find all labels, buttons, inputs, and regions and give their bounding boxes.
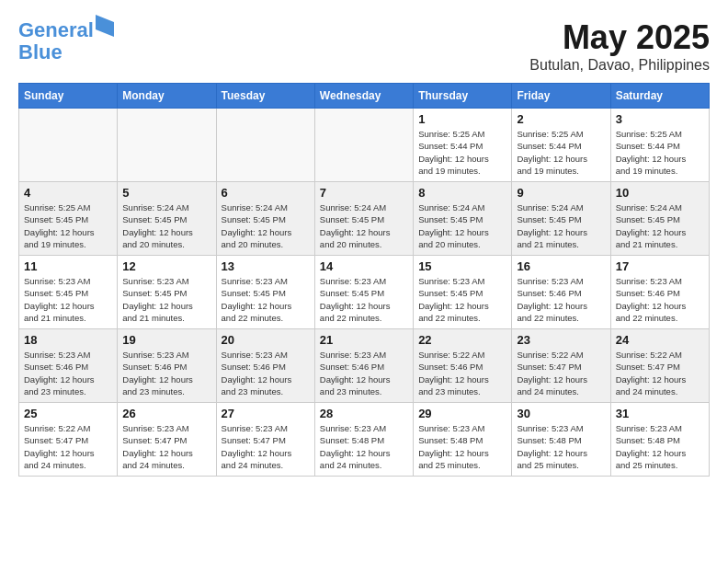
calendar-cell: 28Sunrise: 5:23 AM Sunset: 5:48 PM Dayli… <box>314 403 413 477</box>
day-info: Sunrise: 5:23 AM Sunset: 5:46 PM Dayligh… <box>24 349 112 397</box>
day-info: Sunrise: 5:23 AM Sunset: 5:46 PM Dayligh… <box>122 349 210 397</box>
day-number: 26 <box>122 407 210 420</box>
weekday-header: Saturday <box>610 84 709 109</box>
day-number: 27 <box>222 407 310 420</box>
logo: General Blue <box>18 18 114 63</box>
calendar-cell: 11Sunrise: 5:23 AM Sunset: 5:45 PM Dayli… <box>19 256 118 329</box>
weekday-header-row: SundayMondayTuesdayWednesdayThursdayFrid… <box>19 84 710 109</box>
day-info: Sunrise: 5:24 AM Sunset: 5:45 PM Dayligh… <box>320 201 408 250</box>
calendar-cell: 9Sunrise: 5:24 AM Sunset: 5:45 PM Daylig… <box>512 182 610 256</box>
day-number: 14 <box>320 259 408 273</box>
calendar-cell: 14Sunrise: 5:23 AM Sunset: 5:45 PM Dayli… <box>314 256 413 329</box>
logo-icon <box>96 15 114 37</box>
day-info: Sunrise: 5:23 AM Sunset: 5:46 PM Dayligh… <box>616 275 704 324</box>
day-number: 1 <box>418 112 506 126</box>
calendar-week-row: 1Sunrise: 5:25 AM Sunset: 5:44 PM Daylig… <box>19 109 710 182</box>
day-number: 17 <box>616 259 704 273</box>
day-info: Sunrise: 5:24 AM Sunset: 5:45 PM Dayligh… <box>418 201 506 250</box>
weekday-header: Sunday <box>19 84 118 109</box>
subtitle: Butulan, Davao, Philippines <box>529 57 710 74</box>
logo-text: General Blue <box>18 18 114 63</box>
day-info: Sunrise: 5:22 AM Sunset: 5:47 PM Dayligh… <box>616 349 704 397</box>
day-number: 29 <box>418 407 506 420</box>
day-number: 23 <box>517 333 605 347</box>
calendar-cell: 22Sunrise: 5:22 AM Sunset: 5:46 PM Dayli… <box>414 329 512 403</box>
day-info: Sunrise: 5:24 AM Sunset: 5:45 PM Dayligh… <box>122 201 210 250</box>
calendar-cell <box>118 109 216 182</box>
calendar-cell: 10Sunrise: 5:24 AM Sunset: 5:45 PM Dayli… <box>610 182 709 256</box>
day-info: Sunrise: 5:25 AM Sunset: 5:44 PM Dayligh… <box>418 128 506 177</box>
calendar-cell: 1Sunrise: 5:25 AM Sunset: 5:44 PM Daylig… <box>414 109 512 182</box>
calendar-cell: 29Sunrise: 5:23 AM Sunset: 5:48 PM Dayli… <box>414 403 512 477</box>
calendar-cell: 26Sunrise: 5:23 AM Sunset: 5:47 PM Dayli… <box>118 403 216 477</box>
day-info: Sunrise: 5:23 AM Sunset: 5:45 PM Dayligh… <box>24 275 112 324</box>
calendar-cell: 30Sunrise: 5:23 AM Sunset: 5:48 PM Dayli… <box>512 403 610 477</box>
day-number: 30 <box>517 407 605 420</box>
day-info: Sunrise: 5:23 AM Sunset: 5:45 PM Dayligh… <box>122 275 210 324</box>
weekday-header: Friday <box>512 84 610 109</box>
calendar-cell: 18Sunrise: 5:23 AM Sunset: 5:46 PM Dayli… <box>19 329 118 403</box>
day-number: 24 <box>616 333 704 347</box>
day-number: 2 <box>517 112 605 126</box>
day-info: Sunrise: 5:23 AM Sunset: 5:48 PM Dayligh… <box>320 422 408 471</box>
day-number: 10 <box>616 186 704 200</box>
day-info: Sunrise: 5:22 AM Sunset: 5:47 PM Dayligh… <box>24 422 112 471</box>
day-number: 13 <box>222 259 310 273</box>
day-info: Sunrise: 5:23 AM Sunset: 5:46 PM Dayligh… <box>222 349 310 397</box>
day-number: 22 <box>418 333 506 347</box>
calendar-cell: 15Sunrise: 5:23 AM Sunset: 5:45 PM Dayli… <box>414 256 512 329</box>
day-info: Sunrise: 5:23 AM Sunset: 5:47 PM Dayligh… <box>222 422 310 471</box>
day-number: 11 <box>24 259 112 273</box>
calendar-cell: 24Sunrise: 5:22 AM Sunset: 5:47 PM Dayli… <box>610 329 709 403</box>
day-number: 6 <box>222 186 310 200</box>
calendar-cell: 6Sunrise: 5:24 AM Sunset: 5:45 PM Daylig… <box>216 182 314 256</box>
logo-blue: Blue <box>18 40 63 63</box>
calendar-week-row: 25Sunrise: 5:22 AM Sunset: 5:47 PM Dayli… <box>19 403 710 477</box>
svg-marker-0 <box>96 15 114 37</box>
calendar-cell: 17Sunrise: 5:23 AM Sunset: 5:46 PM Dayli… <box>610 256 709 329</box>
calendar-cell: 16Sunrise: 5:23 AM Sunset: 5:46 PM Dayli… <box>512 256 610 329</box>
calendar-cell: 8Sunrise: 5:24 AM Sunset: 5:45 PM Daylig… <box>414 182 512 256</box>
weekday-header: Wednesday <box>314 84 413 109</box>
calendar-cell: 25Sunrise: 5:22 AM Sunset: 5:47 PM Dayli… <box>19 403 118 477</box>
weekday-header: Monday <box>118 84 216 109</box>
day-number: 9 <box>517 186 605 200</box>
day-info: Sunrise: 5:23 AM Sunset: 5:48 PM Dayligh… <box>517 422 605 471</box>
calendar-cell: 4Sunrise: 5:25 AM Sunset: 5:45 PM Daylig… <box>19 182 118 256</box>
calendar-cell <box>314 109 413 182</box>
day-info: Sunrise: 5:24 AM Sunset: 5:45 PM Dayligh… <box>616 201 704 250</box>
calendar-week-row: 18Sunrise: 5:23 AM Sunset: 5:46 PM Dayli… <box>19 329 710 403</box>
day-number: 28 <box>320 407 408 420</box>
day-info: Sunrise: 5:22 AM Sunset: 5:47 PM Dayligh… <box>517 349 605 397</box>
day-info: Sunrise: 5:23 AM Sunset: 5:48 PM Dayligh… <box>616 422 704 471</box>
day-number: 16 <box>517 259 605 273</box>
day-number: 4 <box>24 186 112 200</box>
day-info: Sunrise: 5:23 AM Sunset: 5:45 PM Dayligh… <box>222 275 310 324</box>
day-number: 25 <box>24 407 112 420</box>
calendar-cell <box>19 109 118 182</box>
day-number: 5 <box>122 186 210 200</box>
calendar-cell: 12Sunrise: 5:23 AM Sunset: 5:45 PM Dayli… <box>118 256 216 329</box>
day-info: Sunrise: 5:23 AM Sunset: 5:46 PM Dayligh… <box>320 349 408 397</box>
calendar-cell: 7Sunrise: 5:24 AM Sunset: 5:45 PM Daylig… <box>314 182 413 256</box>
day-number: 20 <box>222 333 310 347</box>
day-info: Sunrise: 5:24 AM Sunset: 5:45 PM Dayligh… <box>222 201 310 250</box>
day-info: Sunrise: 5:23 AM Sunset: 5:45 PM Dayligh… <box>418 275 506 324</box>
day-info: Sunrise: 5:25 AM Sunset: 5:44 PM Dayligh… <box>517 128 605 177</box>
day-number: 19 <box>122 333 210 347</box>
day-number: 31 <box>616 407 704 420</box>
weekday-header: Thursday <box>414 84 512 109</box>
calendar-week-row: 11Sunrise: 5:23 AM Sunset: 5:45 PM Dayli… <box>19 256 710 329</box>
calendar-cell: 23Sunrise: 5:22 AM Sunset: 5:47 PM Dayli… <box>512 329 610 403</box>
day-number: 21 <box>320 333 408 347</box>
page-header: General Blue May 2025 Butulan, Davao, Ph… <box>18 18 710 74</box>
title-block: May 2025 Butulan, Davao, Philippines <box>529 18 710 74</box>
day-number: 15 <box>418 259 506 273</box>
day-info: Sunrise: 5:23 AM Sunset: 5:45 PM Dayligh… <box>320 275 408 324</box>
main-title: May 2025 <box>529 18 710 57</box>
day-number: 12 <box>122 259 210 273</box>
calendar-cell: 13Sunrise: 5:23 AM Sunset: 5:45 PM Dayli… <box>216 256 314 329</box>
day-info: Sunrise: 5:25 AM Sunset: 5:45 PM Dayligh… <box>24 201 112 250</box>
calendar-week-row: 4Sunrise: 5:25 AM Sunset: 5:45 PM Daylig… <box>19 182 710 256</box>
calendar-table: SundayMondayTuesdayWednesdayThursdayFrid… <box>18 83 710 477</box>
